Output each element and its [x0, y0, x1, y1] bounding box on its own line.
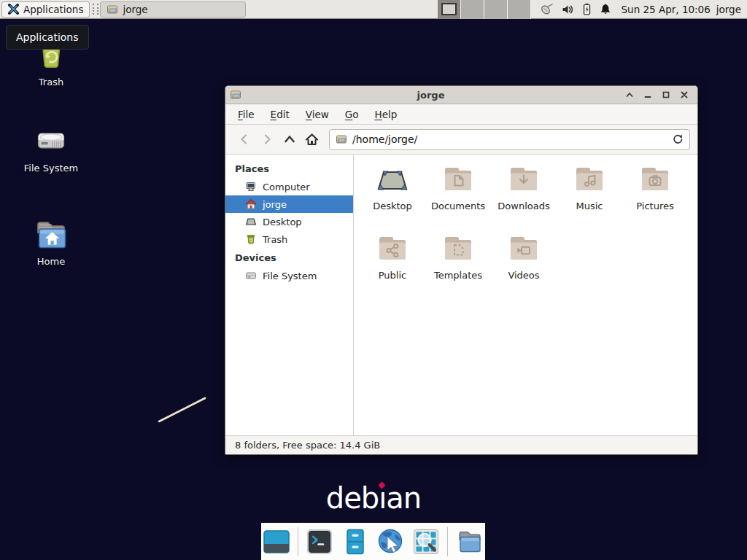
folder-item-pictures[interactable]: Pictures — [622, 162, 688, 231]
folder-item-public[interactable]: Public — [360, 231, 425, 300]
dock-file-manager-button[interactable] — [454, 526, 485, 557]
desktop-icon — [245, 216, 257, 228]
workspace-window-preview — [441, 3, 457, 15]
folder-item-music[interactable]: Music — [557, 162, 622, 231]
file-cabinet-icon — [341, 527, 370, 556]
hard-drive-icon — [32, 122, 70, 159]
sidebar-item-label: jorge — [263, 199, 287, 210]
close-button[interactable] — [675, 88, 693, 103]
desktop-icon-label: File System — [24, 163, 78, 174]
location-bar[interactable]: /home/jorge/ — [329, 129, 690, 150]
menu-edit[interactable]: Edit — [263, 106, 298, 123]
templates-folder-icon — [441, 231, 476, 266]
pictures-folder-icon — [638, 162, 673, 197]
status-text: 8 folders, Free space: 14.4 GiB — [235, 440, 380, 451]
folder-item-templates[interactable]: Templates — [425, 231, 491, 300]
menu-help[interactable]: Help — [367, 106, 406, 123]
up-button[interactable] — [278, 128, 301, 150]
desktop-icon-label: Home — [37, 256, 65, 267]
folder-item-documents[interactable]: Documents — [425, 162, 491, 231]
dock-web-browser-button[interactable] — [375, 526, 406, 557]
window-folder-icon — [230, 89, 241, 101]
panel-grip[interactable] — [93, 4, 98, 15]
shade-button[interactable] — [620, 88, 638, 103]
debian-text: an — [386, 481, 421, 515]
top-panel: Applications jorge Sun — [0, 0, 747, 19]
dock-app-finder-button[interactable] — [411, 526, 441, 557]
folder-view: Desktop Documents Downloads — [354, 155, 697, 435]
location-path[interactable]: /home/jorge/ — [352, 133, 667, 145]
battery-icon[interactable] — [582, 3, 592, 15]
dock-terminal-button[interactable] — [305, 526, 335, 557]
sidebar-header-places: Places — [225, 159, 353, 178]
panel-username[interactable]: jorge — [716, 4, 741, 15]
minimize-button[interactable] — [638, 88, 657, 103]
workspace-4[interactable] — [508, 0, 531, 19]
debian-text: deb — [326, 481, 379, 515]
dock-file-cabinet-button[interactable] — [340, 526, 370, 557]
dock-separator — [298, 527, 298, 556]
web-browser-icon — [375, 526, 406, 557]
file-manager-folder-icon — [454, 526, 485, 557]
sidebar-item-file-system[interactable]: File System — [225, 267, 353, 284]
workspace-2[interactable] — [461, 0, 484, 19]
applications-tooltip: Applications — [6, 25, 89, 50]
back-button[interactable] — [233, 128, 255, 150]
wallpaper-scratch-line — [153, 392, 214, 427]
dock-show-desktop-button[interactable] — [261, 526, 291, 557]
menu-file[interactable]: File — [230, 106, 263, 123]
sidebar-item-desktop[interactable]: Desktop — [225, 213, 353, 230]
folder-item-downloads[interactable]: Downloads — [491, 162, 557, 231]
sidebar-item-label: Trash — [263, 234, 287, 245]
public-folder-icon — [375, 231, 410, 266]
application-finder-icon — [411, 527, 441, 556]
menubar: File Edit View Go Help — [225, 104, 697, 125]
folder-label: Desktop — [373, 201, 412, 211]
menu-view[interactable]: View — [298, 106, 337, 123]
computer-icon — [245, 181, 257, 192]
folder-label: Downloads — [498, 201, 549, 211]
forward-button[interactable] — [255, 128, 278, 150]
sidebar-item-label: Computer — [263, 182, 310, 192]
debian-wordmark: debıan — [306, 481, 441, 515]
folder-item-desktop[interactable]: Desktop — [360, 162, 425, 231]
menu-go[interactable]: Go — [337, 106, 367, 123]
window-title: jorge — [241, 90, 620, 101]
volume-icon[interactable] — [562, 4, 574, 15]
file-manager-window: jorge File Edit View Go Help — [225, 85, 698, 455]
folder-label: Videos — [508, 270, 539, 281]
home-button[interactable] — [301, 128, 323, 150]
documents-folder-icon — [441, 162, 476, 197]
taskbar-window-button[interactable]: jorge — [100, 1, 246, 18]
statusbar: 8 folders, Free space: 14.4 GiB — [225, 435, 697, 454]
desktop-icon-label: Trash — [39, 77, 63, 88]
sidebar-item-computer[interactable]: Computer — [225, 178, 353, 195]
window-titlebar[interactable]: jorge — [225, 86, 697, 104]
folder-label: Pictures — [636, 201, 673, 211]
show-desktop-icon — [262, 527, 291, 556]
sidebar-item-trash[interactable]: Trash — [225, 230, 353, 248]
home-icon — [245, 198, 257, 210]
desktop-icon-home[interactable]: Home — [16, 216, 86, 267]
panel-clock[interactable]: Sun 25 Apr, 10:06 — [622, 4, 711, 15]
taskbar-window-label: jorge — [123, 4, 147, 15]
applications-menu-label: Applications — [23, 4, 83, 15]
mouse-icon[interactable] — [540, 3, 554, 15]
folder-label: Documents — [431, 201, 485, 211]
folder-icon — [107, 4, 118, 15]
folder-item-videos[interactable]: Videos — [491, 231, 557, 300]
maximize-button[interactable] — [657, 88, 675, 103]
home-folder-icon — [32, 216, 70, 252]
sidebar-item-jorge[interactable]: jorge — [225, 195, 353, 213]
desktop-icon-file-system[interactable]: File System — [16, 122, 86, 174]
workspace-3[interactable] — [484, 0, 508, 19]
applications-menu-button[interactable]: Applications — [1, 1, 90, 18]
desktop-special-icon — [375, 162, 410, 197]
location-folder-icon — [336, 133, 347, 145]
reload-icon[interactable] — [672, 133, 684, 145]
bell-icon[interactable] — [600, 3, 611, 15]
dock-separator — [447, 527, 448, 556]
folder-label: Public — [379, 270, 406, 281]
workspace-1[interactable] — [438, 0, 461, 19]
bottom-dock — [261, 523, 485, 560]
